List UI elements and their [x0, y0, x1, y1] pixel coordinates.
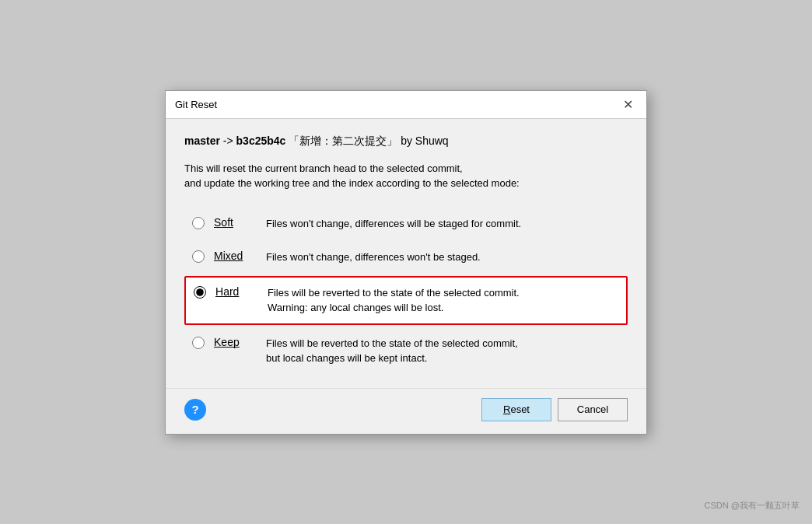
keep-radio[interactable]	[192, 337, 205, 349]
options-group: Soft Files won't change, differences wil…	[184, 207, 628, 376]
help-button[interactable]: ?	[184, 399, 206, 421]
keep-radio-container[interactable]	[192, 337, 205, 349]
hard-radio-container[interactable]	[194, 286, 206, 299]
git-reset-dialog: Git Reset ✕ master -> b3c25b4c 「新增：第二次提交…	[165, 90, 647, 435]
watermark: CSDN @我有一颗五叶草	[705, 500, 800, 512]
option-soft-row: Soft Files won't change, differences wil…	[184, 208, 628, 239]
commit-hash: b3c25b4c	[236, 134, 286, 147]
soft-radio-container[interactable]	[192, 217, 205, 229]
mixed-radio[interactable]	[192, 250, 205, 263]
mixed-description: Files won't change, differences won't be…	[266, 250, 620, 265]
arrow: ->	[223, 134, 236, 147]
commit-info: master -> b3c25b4c 「新增：第二次提交」 by Shuwq	[184, 134, 628, 148]
keep-description: Files will be reverted to the state of t…	[266, 336, 620, 366]
dialog-footer: ? Reset Cancel	[166, 388, 646, 434]
option-hard-row: Hard Files will be reverted to the state…	[184, 276, 628, 325]
mixed-radio-container[interactable]	[192, 250, 205, 263]
cancel-button[interactable]: Cancel	[558, 398, 628, 421]
title-bar: Git Reset ✕	[166, 91, 646, 119]
hard-radio[interactable]	[194, 286, 206, 299]
mixed-label[interactable]: Mixed	[214, 250, 257, 262]
hard-label[interactable]: Hard	[215, 285, 258, 298]
description-text: This will reset the current branch head …	[184, 161, 628, 191]
hard-description: Files will be reverted to the state of t…	[268, 285, 618, 316]
footer-buttons: Reset Cancel	[481, 398, 628, 421]
close-button[interactable]: ✕	[618, 95, 637, 114]
soft-description: Files won't change, differences will be …	[266, 216, 620, 232]
reset-button[interactable]: Reset	[481, 398, 551, 421]
author-prefix: by	[401, 134, 415, 147]
commit-message: 「新增：第二次提交」	[289, 134, 397, 147]
option-keep-row: Keep Files will be reverted to the state…	[184, 328, 628, 374]
keep-label[interactable]: Keep	[214, 336, 257, 348]
soft-label[interactable]: Soft	[214, 216, 257, 229]
option-mixed-row: Mixed Files won't change, differences wo…	[184, 242, 628, 273]
soft-radio[interactable]	[192, 217, 205, 229]
branch-name: master	[184, 134, 220, 147]
dialog-title: Git Reset	[175, 99, 217, 110]
author-name: Shuwq	[415, 134, 449, 147]
dialog-content: master -> b3c25b4c 「新增：第二次提交」 by Shuwq T…	[166, 119, 646, 388]
